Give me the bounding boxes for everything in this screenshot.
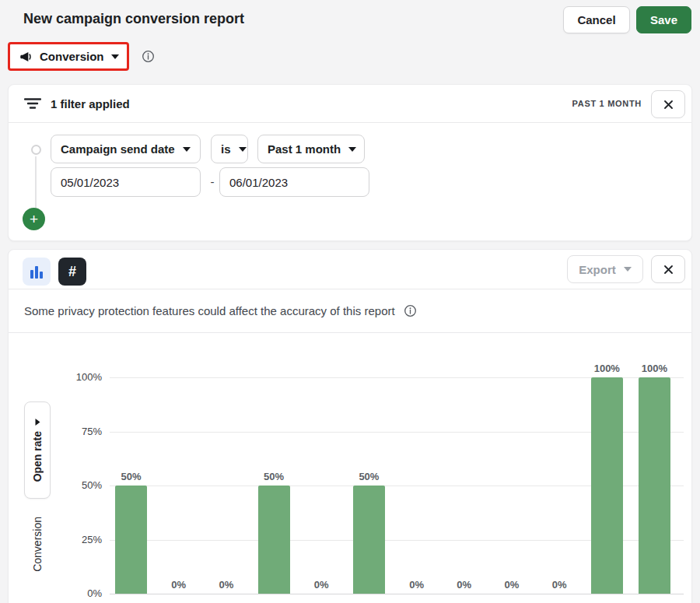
bar-value-label: 0% (536, 578, 583, 592)
bar (115, 486, 147, 594)
chart-plot: 0%25%50%75%100%50%0%0%50%0%50%0%0%0%0%10… (9, 333, 691, 603)
filter-connector-line (35, 156, 37, 208)
bar-value-label: 50% (108, 470, 155, 484)
filter-operator-label: is (221, 142, 231, 156)
y-axis-tick-label: 0% (52, 587, 102, 601)
remove-filter-button[interactable] (651, 90, 685, 118)
privacy-notice-row: Some privacy protection features could a… (9, 289, 691, 333)
chart-panel: # Export Some privacy protection feature… (8, 249, 692, 603)
add-filter-button[interactable]: + (23, 208, 45, 230)
bar (353, 486, 385, 594)
bar-value-label: 100% (583, 362, 630, 376)
number-view-toggle[interactable]: # (58, 258, 86, 286)
bar-value-label: 0% (441, 578, 488, 592)
filter-panel: 1 filter applied PAST 1 MONTH Campaign s… (8, 84, 692, 241)
bar-value-label: 0% (203, 578, 250, 592)
date-range-separator: - (206, 167, 219, 197)
metric-selector-dropdown[interactable]: Conversion (8, 42, 129, 71)
megaphone-icon (19, 50, 33, 64)
start-date-input[interactable] (51, 167, 201, 197)
y-axis-tick-label: 25% (52, 533, 102, 547)
bar (258, 486, 290, 594)
hash-icon: # (68, 264, 76, 280)
bar (639, 377, 670, 594)
bar-value-label: 0% (298, 578, 345, 592)
bar-value-label: 50% (250, 470, 297, 484)
filter-value-dropdown[interactable]: Past 1 month (257, 135, 365, 163)
bar-value-label: 100% (631, 362, 677, 376)
gridline (110, 594, 684, 594)
y-axis-tick-label: 50% (52, 479, 102, 493)
filter-connector-dot (31, 145, 41, 155)
chevron-down-icon (624, 267, 632, 272)
filter-icon (24, 96, 41, 110)
bar-chart-icon (30, 270, 33, 279)
filter-operator-dropdown[interactable]: is (211, 135, 248, 163)
new-campaign-conversion-report-page: New campaign conversion report Cancel Sa… (0, 0, 700, 603)
filter-summary: 1 filter applied (51, 97, 130, 110)
metric-selector-label: Conversion (40, 50, 105, 63)
save-button[interactable]: Save (636, 6, 691, 33)
privacy-notice-text: Some privacy protection features could a… (24, 304, 395, 317)
bar-chart-view-toggle[interactable] (23, 258, 51, 286)
filter-value-label: Past 1 month (268, 142, 341, 156)
chevron-down-icon (239, 147, 247, 152)
chevron-down-icon (348, 147, 356, 152)
export-label: Export (579, 263, 616, 276)
chevron-down-icon (183, 147, 191, 152)
bar-value-label: 0% (394, 578, 440, 592)
bar-value-label: 0% (488, 578, 535, 592)
chevron-down-icon (111, 54, 119, 59)
filter-field-dropdown[interactable]: Campaign send date (51, 135, 201, 163)
filter-field-label: Campaign send date (61, 142, 175, 156)
y-axis-tick-label: 75% (52, 425, 102, 439)
export-button[interactable]: Export (567, 255, 643, 283)
privacy-info-icon[interactable] (403, 303, 418, 318)
cancel-button[interactable]: Cancel (563, 6, 630, 33)
close-report-button[interactable] (651, 255, 685, 283)
bar (591, 377, 623, 594)
y-axis-tick-label: 100% (52, 370, 102, 384)
metric-info-icon[interactable] (141, 49, 156, 64)
end-date-input[interactable] (219, 167, 369, 197)
date-range-badge: PAST 1 MONTH (572, 85, 642, 123)
bar-value-label: 50% (345, 470, 392, 484)
page-title: New campaign conversion report (23, 11, 244, 27)
bar-value-label: 0% (156, 578, 202, 592)
chart-toolbar: # Export (9, 250, 691, 289)
